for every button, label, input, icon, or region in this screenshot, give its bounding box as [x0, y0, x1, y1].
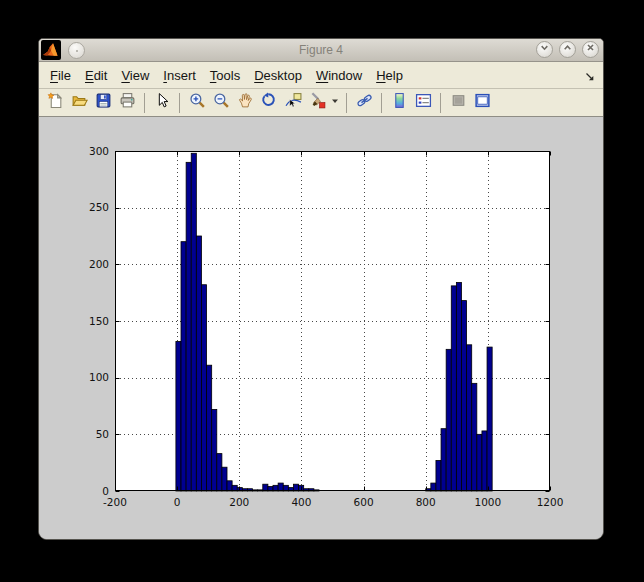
- close-button[interactable]: [582, 41, 599, 58]
- toolbar-insert-legend-button[interactable]: [411, 92, 435, 114]
- x-tick-label: 1000: [474, 496, 501, 508]
- toolbar-brush-button[interactable]: [305, 92, 329, 114]
- brush-icon: [309, 92, 326, 113]
- histogram-bar: [263, 484, 268, 491]
- caret-down-icon: [331, 92, 339, 113]
- toolbar-arrow-cursor-button[interactable]: [150, 92, 174, 114]
- histogram-bar: [207, 365, 212, 491]
- menu-item-tools[interactable]: Tools: [210, 68, 240, 83]
- histogram-bar: [461, 301, 466, 491]
- figure-window: Figure 4 FileEditViewInsertToolsDesktopW…: [38, 38, 604, 540]
- toolbar-link-plots-button[interactable]: [352, 92, 376, 114]
- toolbar-new-figure-button[interactable]: [43, 92, 67, 114]
- histogram-svg: -200020040060080010001200050100150200250…: [39, 117, 603, 539]
- menu-item-desktop[interactable]: Desktop: [254, 68, 302, 83]
- histogram-bar: [451, 286, 456, 491]
- y-tick-label: 150: [89, 315, 109, 327]
- histogram-plot: -200020040060080010001200050100150200250…: [39, 117, 603, 540]
- toolbar-dock-figure-button[interactable]: [470, 92, 494, 114]
- y-tick-label: 50: [96, 428, 109, 440]
- arrow-cursor-icon: [154, 92, 171, 113]
- figure-canvas: -200020040060080010001200050100150200250…: [39, 117, 603, 539]
- dock-figure-icon: [474, 92, 491, 113]
- close-icon: [583, 40, 598, 59]
- x-tick-label: 800: [416, 496, 436, 508]
- histogram-bar: [456, 282, 461, 491]
- histogram-bar: [293, 484, 298, 491]
- insert-colorbar-icon: [391, 92, 408, 113]
- chevron-down-icon: [537, 40, 552, 59]
- histogram-bar: [201, 285, 206, 491]
- histogram-bar: [196, 236, 201, 491]
- toolbar-save-figure-button[interactable]: [91, 92, 115, 114]
- rotate-3d-icon: [261, 92, 278, 113]
- hide-plot-tools-icon: [450, 92, 467, 113]
- save-figure-icon: [95, 92, 112, 113]
- maximize-button[interactable]: [559, 41, 576, 58]
- histogram-bar: [436, 460, 441, 491]
- x-tick-label: -200: [103, 496, 127, 508]
- x-tick-label: 200: [229, 496, 249, 508]
- undock-arrow-icon[interactable]: [584, 69, 596, 87]
- x-tick-label: 400: [291, 496, 311, 508]
- histogram-bar: [217, 454, 222, 491]
- x-tick-label: 1200: [537, 496, 564, 508]
- histogram-bar: [487, 347, 492, 491]
- menu-item-window[interactable]: Window: [316, 68, 362, 83]
- menu-item-insert[interactable]: Insert: [163, 68, 196, 83]
- toolbar-zoom-out-button[interactable]: [209, 92, 233, 114]
- toolbar: [39, 89, 603, 117]
- menu-item-view[interactable]: View: [121, 68, 149, 83]
- histogram-bar: [176, 341, 181, 491]
- window-title: Figure 4: [39, 43, 603, 57]
- toolbar-print-figure-button[interactable]: [115, 92, 139, 114]
- toolbar-separator: [346, 93, 347, 113]
- histogram-bar: [482, 431, 487, 491]
- menu-item-help[interactable]: Help: [376, 68, 403, 83]
- histogram-bar: [472, 383, 477, 491]
- insert-legend-icon: [415, 92, 432, 113]
- y-tick-label: 250: [89, 201, 109, 213]
- histogram-bar: [477, 434, 482, 491]
- toolbar-insert-colorbar-button[interactable]: [387, 92, 411, 114]
- toolbar-rotate-3d-button[interactable]: [257, 92, 281, 114]
- histogram-bar: [191, 153, 196, 491]
- histogram-bar: [222, 467, 227, 491]
- minimize-button[interactable]: [536, 41, 553, 58]
- x-tick-label: 600: [354, 496, 374, 508]
- menu-item-edit[interactable]: Edit: [85, 68, 107, 83]
- toolbar-caret-down-button[interactable]: [329, 92, 341, 114]
- chevron-up-icon: [560, 40, 575, 59]
- toolbar-zoom-in-button[interactable]: [185, 92, 209, 114]
- data-cursor-icon: [285, 92, 302, 113]
- menu-item-file[interactable]: File: [50, 68, 71, 83]
- y-tick-label: 100: [89, 371, 109, 383]
- histogram-bar: [278, 483, 283, 491]
- pan-hand-icon: [237, 92, 254, 113]
- title-bar[interactable]: Figure 4: [39, 39, 603, 62]
- y-tick-label: 0: [102, 485, 109, 497]
- toolbar-data-cursor-button[interactable]: [281, 92, 305, 114]
- print-figure-icon: [119, 92, 136, 113]
- y-tick-label: 300: [89, 145, 109, 157]
- histogram-bar: [212, 409, 217, 491]
- open-file-icon: [71, 92, 88, 113]
- link-plots-icon: [356, 92, 373, 113]
- new-figure-icon: [47, 92, 64, 113]
- window-controls: [536, 41, 599, 58]
- histogram-bar: [446, 349, 451, 491]
- toolbar-separator: [440, 93, 441, 113]
- menu-bar: FileEditViewInsertToolsDesktopWindowHelp: [39, 62, 603, 89]
- toolbar-hide-plot-tools-button: [446, 92, 470, 114]
- y-tick-label: 200: [89, 258, 109, 270]
- histogram-bar: [186, 162, 191, 491]
- histogram-bar: [227, 481, 232, 491]
- histogram-bar: [467, 345, 472, 491]
- histogram-bar: [441, 429, 446, 491]
- x-tick-label: 0: [174, 496, 181, 508]
- histogram-bar: [181, 242, 186, 491]
- toolbar-open-file-button[interactable]: [67, 92, 91, 114]
- toolbar-pan-hand-button[interactable]: [233, 92, 257, 114]
- zoom-in-icon: [189, 92, 206, 113]
- histogram-bar: [431, 483, 436, 491]
